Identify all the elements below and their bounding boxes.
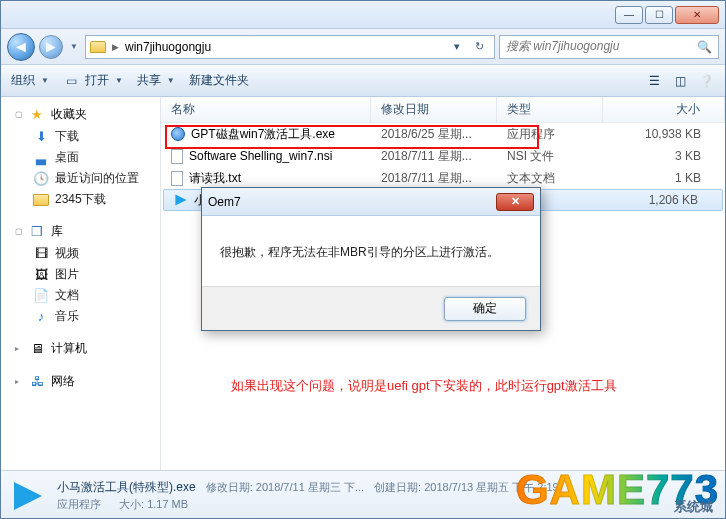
column-date[interactable]: 修改日期 <box>371 97 497 122</box>
view-options-icon[interactable]: ☰ <box>645 73 663 89</box>
dialog-ok-button[interactable]: 确定 <box>444 297 526 321</box>
chevron-down-icon: ▼ <box>115 76 123 85</box>
sidebar-item-videos[interactable]: 🎞视频 <box>1 243 160 264</box>
minimize-button[interactable]: — <box>615 6 643 24</box>
window-close-button[interactable]: ✕ <box>675 6 719 24</box>
open-button[interactable]: ▭ 打开▼ <box>63 72 123 89</box>
file-type: 文本文档 <box>497 170 603 187</box>
file-date: 2018/6/25 星期... <box>371 126 497 143</box>
search-input[interactable]: 搜索 win7jihuogongju 🔍 <box>499 35 719 59</box>
video-icon: 🎞 <box>33 246 49 262</box>
address-dropdown-icon[interactable]: ▾ <box>446 36 468 58</box>
expand-icon: ▸ <box>15 377 23 386</box>
details-pane: 小马激活工具(特殊型).exe 修改日期: 2018/7/11 星期三 下...… <box>1 470 725 519</box>
computer-group[interactable]: ▸🖥计算机 <box>1 337 160 360</box>
file-date: 2018/7/11 星期... <box>371 170 497 187</box>
back-button[interactable]: ◄ <box>7 33 35 61</box>
column-type[interactable]: 类型 <box>497 97 603 122</box>
navigation-tree: ▢★收藏夹 ⬇下载 ▃桌面 🕓最近访问的位置 2345下载 ▢❒库 🎞视频 🖼图… <box>1 97 161 470</box>
file-size: 1,206 KB <box>606 193 722 207</box>
sidebar-item-recent[interactable]: 🕓最近访问的位置 <box>1 168 160 189</box>
file-name: Software Shelling_win7.nsi <box>189 149 332 163</box>
window-titlebar: — ☐ ✕ <box>1 1 725 29</box>
error-dialog: Oem7 ✕ 很抱歉，程序无法在非MBR引导的分区上进行激活。 确定 <box>201 187 541 331</box>
file-name: GPT磁盘win7激活工具.exe <box>191 126 335 143</box>
txt-icon <box>171 171 183 186</box>
collapse-icon: ▢ <box>15 110 23 119</box>
star-icon: ★ <box>29 107 45 123</box>
file-type: NSI 文件 <box>497 148 603 165</box>
network-icon: 🖧 <box>29 374 45 390</box>
breadcrumb-current[interactable]: win7jihuogongju <box>125 40 211 54</box>
details-filetype: 应用程序 <box>57 497 101 512</box>
document-icon: 📄 <box>33 288 49 304</box>
dialog-message: 很抱歉，程序无法在非MBR引导的分区上进行激活。 <box>202 216 540 286</box>
expand-icon: ▸ <box>15 344 23 353</box>
annotation-text: 如果出现这个问题，说明是uefi gpt下安装的，此时运行gpt激活工具 <box>231 377 617 395</box>
picture-icon: 🖼 <box>33 267 49 283</box>
file-row[interactable]: 请读我.txt2018/7/11 星期...文本文档1 KB <box>161 167 725 189</box>
command-toolbar: 组织▼ ▭ 打开▼ 共享▼ 新建文件夹 ☰ ◫ ❔ <box>1 65 725 97</box>
file-row[interactable]: Software Shelling_win7.nsi2018/7/11 星期..… <box>161 145 725 167</box>
organize-menu[interactable]: 组织▼ <box>11 72 49 89</box>
file-size: 1 KB <box>603 171 725 185</box>
preview-pane-icon[interactable]: ◫ <box>671 73 689 89</box>
sidebar-item-2345[interactable]: 2345下载 <box>1 189 160 210</box>
file-size: 10,938 KB <box>603 127 725 141</box>
nsi-icon <box>171 149 183 164</box>
search-icon[interactable]: 🔍 <box>697 40 712 54</box>
details-file-icon <box>11 479 45 513</box>
crumb-separator-icon: ▶ <box>112 42 119 52</box>
download-icon: ⬇ <box>33 129 49 145</box>
address-bar[interactable]: ▶ win7jihuogongju ▾ ↻ <box>85 35 495 59</box>
chevron-down-icon: ▼ <box>167 76 175 85</box>
details-filename: 小马激活工具(特殊型).exe <box>57 480 196 494</box>
sidebar-item-music[interactable]: ♪音乐 <box>1 306 160 327</box>
folder-icon <box>33 194 49 206</box>
music-icon: ♪ <box>33 309 49 325</box>
search-placeholder: 搜索 win7jihuogongju <box>506 38 619 55</box>
recent-icon: 🕓 <box>33 171 49 187</box>
details-size: 1.17 MB <box>147 498 188 510</box>
folder-icon <box>90 41 106 53</box>
column-headers: 名称 修改日期 类型 大小 <box>161 97 725 123</box>
column-size[interactable]: 大小 <box>603 97 725 122</box>
navigation-bar: ◄ ► ▼ ▶ win7jihuogongju ▾ ↻ 搜索 win7jihuo… <box>1 29 725 65</box>
chevron-down-icon: ▼ <box>41 76 49 85</box>
open-icon: ▭ <box>63 73 81 89</box>
exe-icon <box>171 127 185 141</box>
file-name: 请读我.txt <box>189 170 241 187</box>
file-size: 3 KB <box>603 149 725 163</box>
dialog-close-button[interactable]: ✕ <box>496 193 534 211</box>
sidebar-item-desktop[interactable]: ▃桌面 <box>1 147 160 168</box>
desktop-icon: ▃ <box>33 150 49 166</box>
dialog-titlebar[interactable]: Oem7 ✕ <box>202 188 540 216</box>
column-name[interactable]: 名称 <box>161 97 371 122</box>
libraries-group[interactable]: ▢❒库 <box>1 220 160 243</box>
file-type: 应用程序 <box>497 126 603 143</box>
favorites-group[interactable]: ▢★收藏夹 <box>1 103 160 126</box>
new-folder-button[interactable]: 新建文件夹 <box>189 72 249 89</box>
maximize-button[interactable]: ☐ <box>645 6 673 24</box>
sidebar-item-documents[interactable]: 📄文档 <box>1 285 160 306</box>
dialog-footer: 确定 <box>202 286 540 330</box>
sidebar-item-pictures[interactable]: 🖼图片 <box>1 264 160 285</box>
file-row[interactable]: GPT磁盘win7激活工具.exe2018/6/25 星期...应用程序10,9… <box>161 123 725 145</box>
help-icon[interactable]: ❔ <box>697 73 715 89</box>
app-icon <box>175 194 186 205</box>
collapse-icon: ▢ <box>15 227 23 236</box>
network-group[interactable]: ▸🖧网络 <box>1 370 160 393</box>
dialog-title-text: Oem7 <box>208 195 241 209</box>
computer-icon: 🖥 <box>29 341 45 357</box>
sidebar-item-downloads[interactable]: ⬇下载 <box>1 126 160 147</box>
refresh-icon[interactable]: ↻ <box>468 36 490 58</box>
share-menu[interactable]: 共享▼ <box>137 72 175 89</box>
file-date: 2018/7/11 星期... <box>371 148 497 165</box>
library-icon: ❒ <box>29 224 45 240</box>
history-dropdown[interactable]: ▼ <box>67 33 81 61</box>
forward-button[interactable]: ► <box>39 35 63 59</box>
